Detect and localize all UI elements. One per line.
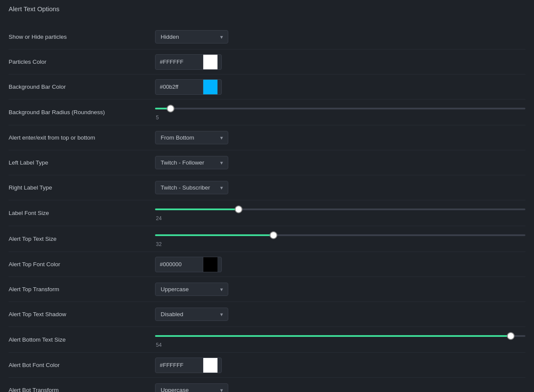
settings-row-alert-enter-exit: Alert enter/exit from top or bottomFrom … (9, 125, 525, 150)
color-input-wrapper-alert-top-font-color (155, 257, 222, 272)
label-alert-bot-font-color: Alert Bot Font Color (9, 362, 155, 368)
slider-track-fill (155, 208, 239, 210)
control-alert-enter-exit: From BottomFrom Top▼ (155, 131, 525, 144)
dropdown-left-label-type[interactable]: Twitch - FollowerTwitch - SubscriberYouT… (155, 156, 228, 169)
settings-row-show-hide-particles: Show or Hide particlesHiddenVisible▼ (9, 25, 525, 50)
dropdown-wrapper-left-label-type: Twitch - FollowerTwitch - SubscriberYouT… (155, 156, 228, 169)
color-swatch-alert-bot-font-color[interactable] (203, 358, 217, 373)
slider-value-alert-bottom-text-size: 54 (155, 342, 525, 348)
control-show-hide-particles: HiddenVisible▼ (155, 30, 525, 44)
control-particles-color (155, 54, 525, 70)
settings-row-background-bar-radius: Background Bar Radius (Roundness)5 (9, 100, 525, 125)
dropdown-alert-top-text-shadow[interactable]: DisabledEnabled (155, 308, 228, 321)
settings-row-alert-top-transform: Alert Top TransformUppercaseLowercaseNon… (9, 277, 525, 302)
slider-row-label-font-size (155, 205, 525, 214)
dropdown-alert-top-transform[interactable]: UppercaseLowercaseNone (155, 283, 228, 296)
color-text-background-bar-color[interactable] (155, 81, 203, 93)
settings-row-right-label-type: Right Label TypeTwitch - FollowerTwitch … (9, 175, 525, 200)
control-alert-top-font-color (155, 257, 525, 272)
dropdown-alert-bot-transform[interactable]: UppercaseLowercaseNone (155, 383, 228, 392)
label-background-bar-radius: Background Bar Radius (Roundness) (9, 109, 155, 115)
settings-row-alert-bot-transform: Alert Bot TransformUppercaseLowercaseNon… (9, 378, 525, 392)
slider-thumb[interactable] (507, 332, 515, 340)
color-input-wrapper-alert-bot-font-color (155, 358, 222, 373)
slider-container-label-font-size: 24 (155, 205, 525, 221)
rows-container: Show or Hide particlesHiddenVisible▼Part… (9, 25, 525, 392)
slider-track-bg (155, 108, 525, 109)
color-input-wrapper-particles-color (155, 54, 222, 70)
label-alert-top-text-shadow: Alert Top Text Shadow (9, 311, 155, 317)
control-right-label-type: Twitch - FollowerTwitch - SubscriberYouT… (155, 181, 525, 194)
settings-row-alert-bottom-text-size: Alert Bottom Text Size54 (9, 327, 525, 353)
label-alert-top-text-size: Alert Top Text Size (9, 236, 155, 242)
page-container: Alert Text Options Show or Hide particle… (0, 0, 534, 392)
dropdown-wrapper-alert-enter-exit: From BottomFrom Top▼ (155, 131, 228, 144)
slider-row-alert-top-text-size (155, 230, 525, 240)
label-right-label-type: Right Label Type (9, 184, 155, 191)
label-left-label-type: Left Label Type (9, 159, 155, 166)
slider-row-background-bar-radius (155, 104, 525, 113)
dropdown-alert-enter-exit[interactable]: From BottomFrom Top (155, 131, 228, 144)
control-left-label-type: Twitch - FollowerTwitch - SubscriberYouT… (155, 156, 525, 169)
settings-row-alert-top-text-size: Alert Top Text Size32 (9, 226, 525, 252)
control-alert-top-text-shadow: DisabledEnabled▼ (155, 308, 525, 321)
control-alert-bot-font-color (155, 358, 525, 373)
control-alert-top-text-size: 32 (155, 230, 525, 247)
slider-thumb[interactable] (270, 231, 277, 239)
control-background-bar-radius: 5 (155, 104, 525, 121)
slider-value-label-font-size: 24 (155, 215, 525, 221)
control-background-bar-color (155, 79, 525, 95)
dropdown-wrapper-alert-top-text-shadow: DisabledEnabled▼ (155, 308, 228, 321)
label-alert-bot-transform: Alert Bot Transform (9, 387, 155, 392)
control-alert-bot-transform: UppercaseLowercaseNone▼ (155, 383, 525, 392)
control-alert-bottom-text-size: 54 (155, 331, 525, 348)
dropdown-wrapper-show-hide-particles: HiddenVisible▼ (155, 30, 228, 44)
slider-value-background-bar-radius: 5 (155, 115, 525, 121)
label-alert-top-font-color: Alert Top Font Color (9, 261, 155, 268)
dropdown-show-hide-particles[interactable]: HiddenVisible (155, 30, 228, 44)
color-swatch-background-bar-color[interactable] (203, 80, 217, 94)
slider-thumb[interactable] (235, 205, 242, 213)
slider-row-alert-bottom-text-size (155, 331, 525, 341)
dropdown-wrapper-right-label-type: Twitch - FollowerTwitch - SubscriberYouT… (155, 181, 228, 194)
slider-track-fill (155, 335, 511, 337)
page-title: Alert Text Options (9, 5, 525, 16)
slider-track-fill (155, 234, 273, 236)
settings-row-background-bar-color: Background Bar Color (9, 75, 525, 100)
control-label-font-size: 24 (155, 205, 525, 221)
label-alert-enter-exit: Alert enter/exit from top or bottom (9, 134, 155, 141)
settings-row-alert-bot-font-color: Alert Bot Font Color (9, 353, 525, 378)
slider-container-alert-top-text-size: 32 (155, 230, 525, 247)
color-text-alert-top-font-color[interactable] (155, 258, 203, 271)
label-show-hide-particles: Show or Hide particles (9, 34, 155, 40)
settings-row-label-font-size: Label Font Size24 (9, 200, 525, 226)
settings-row-alert-top-text-shadow: Alert Top Text ShadowDisabledEnabled▼ (9, 302, 525, 327)
control-alert-top-transform: UppercaseLowercaseNone▼ (155, 283, 525, 296)
settings-row-left-label-type: Left Label TypeTwitch - FollowerTwitch -… (9, 150, 525, 175)
color-text-particles-color[interactable] (155, 56, 203, 68)
color-input-wrapper-background-bar-color (155, 79, 222, 95)
dropdown-wrapper-alert-bot-transform: UppercaseLowercaseNone▼ (155, 383, 228, 392)
slider-value-alert-top-text-size: 32 (155, 241, 525, 247)
label-alert-top-transform: Alert Top Transform (9, 286, 155, 292)
slider-container-background-bar-radius: 5 (155, 104, 525, 121)
slider-thumb[interactable] (167, 105, 174, 112)
slider-container-alert-bottom-text-size: 54 (155, 331, 525, 348)
label-alert-bottom-text-size: Alert Bottom Text Size (9, 336, 155, 343)
label-background-bar-color: Background Bar Color (9, 84, 155, 90)
color-swatch-alert-top-font-color[interactable] (203, 257, 217, 272)
color-text-alert-bot-font-color[interactable] (155, 359, 203, 371)
settings-row-particles-color: Particles Color (9, 50, 525, 75)
dropdown-right-label-type[interactable]: Twitch - FollowerTwitch - SubscriberYouT… (155, 181, 228, 194)
label-label-font-size: Label Font Size (9, 210, 155, 216)
dropdown-wrapper-alert-top-transform: UppercaseLowercaseNone▼ (155, 283, 228, 296)
label-particles-color: Particles Color (9, 59, 155, 65)
settings-row-alert-top-font-color: Alert Top Font Color (9, 252, 525, 277)
color-swatch-particles-color[interactable] (203, 55, 217, 69)
